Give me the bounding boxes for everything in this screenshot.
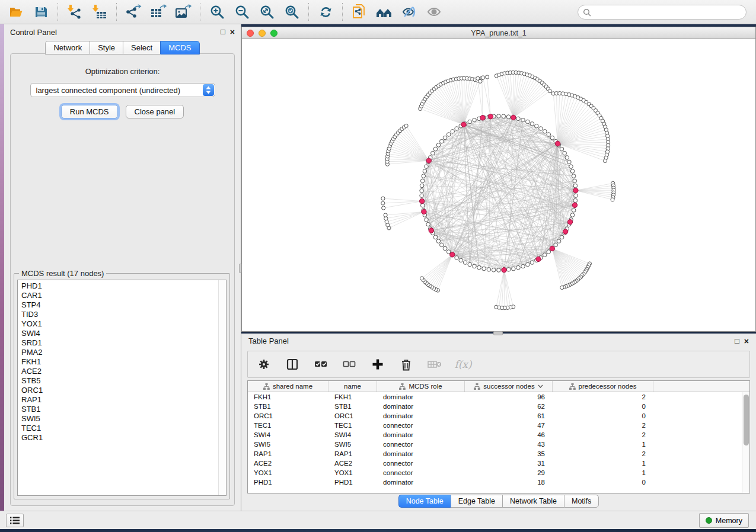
network-node[interactable] <box>570 169 575 174</box>
network-node[interactable] <box>420 179 425 183</box>
network-node[interactable] <box>492 268 496 272</box>
mcds-result-item[interactable]: ACE2 <box>21 367 226 376</box>
column-header-name[interactable]: name <box>328 381 377 392</box>
network-hub-node[interactable] <box>550 246 554 251</box>
network-node[interactable] <box>420 203 425 207</box>
refresh-icon[interactable] <box>316 2 335 21</box>
network-node[interactable] <box>477 265 481 270</box>
network-node[interactable] <box>495 305 498 309</box>
network-node[interactable] <box>573 184 578 188</box>
network-node[interactable] <box>443 136 447 140</box>
export-table-icon[interactable] <box>149 2 168 21</box>
network-node[interactable] <box>487 268 491 272</box>
export-network-icon[interactable] <box>124 2 143 21</box>
mcds-result-item[interactable]: FKH1 <box>21 357 226 367</box>
table-row[interactable]: TEC1TEC1connector472 <box>248 421 749 430</box>
network-node[interactable] <box>506 268 511 272</box>
export-image-icon[interactable] <box>174 2 193 21</box>
mcds-result-item[interactable]: ORC1 <box>21 386 226 395</box>
network-node[interactable] <box>565 156 569 160</box>
network-node[interactable] <box>382 206 385 210</box>
mcds-list-scrollbar[interactable] <box>218 280 226 495</box>
network-hub-node[interactable] <box>536 257 541 261</box>
mcds-result-item[interactable]: TEC1 <box>21 424 226 433</box>
network-node[interactable] <box>560 286 564 289</box>
table-row[interactable]: SWI5SWI5connector431 <box>248 440 749 449</box>
network-node[interactable] <box>526 120 530 124</box>
zoom-out-icon[interactable] <box>232 2 251 21</box>
network-hub-node[interactable] <box>420 198 425 203</box>
panel-menu-button[interactable] <box>6 514 24 527</box>
network-hub-node[interactable] <box>480 116 485 120</box>
tab-edge-table[interactable]: Edge Table <box>451 495 502 508</box>
mcds-result-item[interactable]: CAR1 <box>21 291 226 300</box>
network-node[interactable] <box>436 143 441 148</box>
network-node[interactable] <box>381 201 385 205</box>
column-header-shared-name[interactable]: shared name <box>248 381 328 392</box>
columns-icon[interactable] <box>285 357 300 372</box>
network-hub-node[interactable] <box>488 114 493 119</box>
network-node[interactable] <box>420 194 424 198</box>
float-panel-icon[interactable]: □ <box>221 28 225 36</box>
network-node[interactable] <box>554 243 558 247</box>
network-node[interactable] <box>468 120 472 124</box>
network-node[interactable] <box>543 130 547 134</box>
tab-network-table[interactable]: Network Table <box>502 495 564 508</box>
network-hub-node[interactable] <box>502 268 506 273</box>
network-node[interactable] <box>423 169 427 174</box>
select-all-icon[interactable] <box>313 357 328 372</box>
network-node[interactable] <box>539 127 543 131</box>
network-node[interactable] <box>381 197 385 200</box>
optimization-criterion-select[interactable]: largest connected component (undirected) <box>30 83 215 97</box>
network-node[interactable] <box>384 213 387 217</box>
network-node[interactable] <box>463 261 467 265</box>
network-node[interactable] <box>425 218 429 222</box>
network-node[interactable] <box>443 246 447 251</box>
mcds-result-item[interactable]: STP4 <box>21 300 226 310</box>
network-node[interactable] <box>404 124 408 127</box>
delete-icon[interactable] <box>398 357 414 372</box>
network-node[interactable] <box>455 256 459 260</box>
add-icon[interactable] <box>370 357 385 372</box>
network-node[interactable] <box>547 250 551 254</box>
network-node[interactable] <box>574 194 578 198</box>
table-scrollbar[interactable] <box>742 392 749 493</box>
network-node[interactable] <box>506 115 511 119</box>
save-session-icon[interactable] <box>31 2 50 21</box>
network-node[interactable] <box>497 268 501 273</box>
network-node[interactable] <box>550 136 554 140</box>
tab-node-table[interactable]: Node Table <box>398 495 451 508</box>
network-node[interactable] <box>530 261 534 265</box>
network-node[interactable] <box>560 147 564 151</box>
network-node[interactable] <box>473 264 477 268</box>
network-node[interactable] <box>611 198 614 201</box>
mcds-result-item[interactable]: SWI5 <box>21 414 226 424</box>
table-row[interactable]: ACE2ACE2connector311 <box>248 459 749 468</box>
network-node[interactable] <box>535 124 539 128</box>
settings-gear-icon[interactable] <box>256 357 272 372</box>
table-row[interactable]: RAP1RAP1dominator352 <box>248 449 749 459</box>
column-header-MCDS-role[interactable]: MCDS role <box>377 381 465 392</box>
import-table-icon[interactable] <box>90 2 109 21</box>
network-hub-node[interactable] <box>422 209 426 214</box>
network-node[interactable] <box>569 165 573 169</box>
close-panel-icon[interactable]: × <box>230 28 235 36</box>
network-node[interactable] <box>446 133 451 137</box>
network-hub-node[interactable] <box>567 220 572 225</box>
close-panel-button[interactable]: Close panel <box>126 105 184 118</box>
network-node[interactable] <box>425 165 429 169</box>
table-scrollbar-thumb[interactable] <box>744 395 749 446</box>
network-hub-node[interactable] <box>572 203 577 207</box>
network-node[interactable] <box>497 114 501 118</box>
network-hub-node[interactable] <box>511 115 516 120</box>
network-node[interactable] <box>572 174 576 178</box>
network-node[interactable] <box>516 265 521 270</box>
network-node[interactable] <box>543 253 547 257</box>
network-node[interactable] <box>603 159 607 162</box>
network-node[interactable] <box>476 76 480 80</box>
mcds-result-item[interactable]: STB5 <box>21 376 226 386</box>
search-input[interactable] <box>594 7 746 18</box>
network-node[interactable] <box>422 174 426 178</box>
table-row[interactable]: YOX1YOX1connector291 <box>248 468 749 477</box>
network-node[interactable] <box>482 267 486 271</box>
